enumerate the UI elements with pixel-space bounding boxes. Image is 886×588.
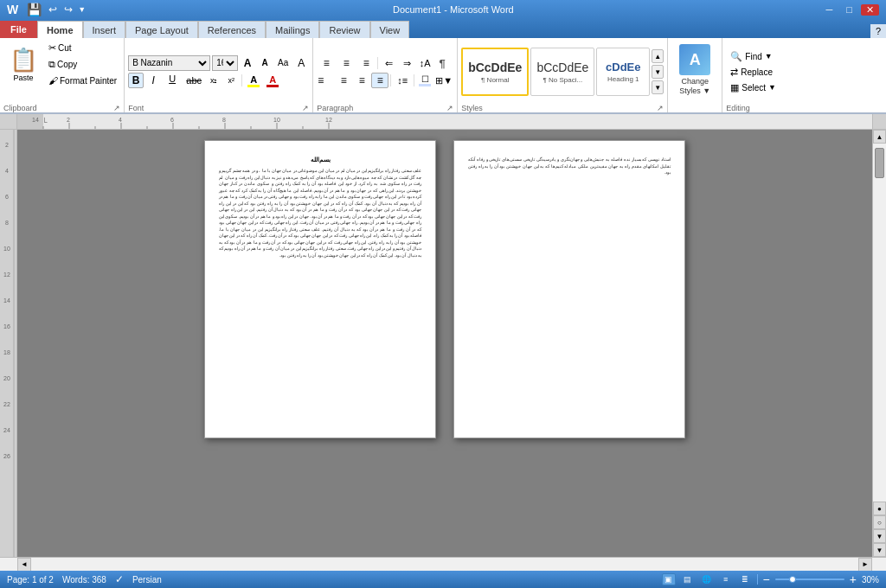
font-dialog-btn[interactable]: ↗ (302, 104, 309, 112)
zoom-out-btn[interactable]: − (763, 572, 770, 586)
font-name-select[interactable]: B Nazanin (128, 55, 210, 71)
zoom-slider[interactable] (775, 575, 844, 584)
style-no-spacing-box[interactable]: bCcDdEe ¶ No Spaci... (530, 48, 594, 96)
next-page-btn[interactable]: ▼ (873, 529, 886, 543)
font-size-select[interactable]: 16 (212, 55, 238, 71)
paragraph-group: ≡ ≡ ≡ ⇐ ⇒ ↕A ¶ ≡ ≡ ≡ ≡ ↕≡ ☐ (313, 38, 458, 112)
center-button[interactable]: ≡ (335, 73, 352, 88)
minimize-btn[interactable]: ─ (821, 4, 838, 15)
decrease-indent-button[interactable]: ⇐ (380, 55, 397, 71)
svg-text:10: 10 (273, 117, 280, 123)
paste-button[interactable]: 📋 Paste (3, 40, 43, 88)
sort-button[interactable]: ↕A (416, 55, 433, 71)
find-button[interactable]: 🔍 Find ▼ (726, 49, 780, 64)
grow-font-button[interactable]: A (240, 55, 255, 71)
copy-icon: ⧉ (48, 59, 55, 70)
shrink-font-button[interactable]: A (257, 55, 273, 71)
shading-button[interactable]: ☐ (416, 73, 433, 88)
clipboard-dialog-btn[interactable]: ↗ (113, 104, 120, 112)
qat-dropdown-btn[interactable]: ▼ (78, 5, 86, 14)
italic-button[interactable]: I (145, 73, 161, 88)
style-no-spacing-label: ¶ No Spaci... (543, 76, 583, 84)
paragraph-group-label: Paragraph (317, 104, 353, 112)
styles-scroll-down[interactable]: ▼ (652, 65, 664, 79)
close-btn[interactable]: ✕ (861, 4, 879, 16)
strikethrough-button[interactable]: abc (183, 73, 204, 88)
underline-button[interactable]: U (163, 73, 182, 88)
page-1[interactable]: بسم‌الله علف سعتی رفتار راه برانگیزیم ای… (204, 140, 436, 438)
clipboard-label: Clipboard (3, 104, 37, 112)
tab-view[interactable]: View (370, 21, 410, 38)
tab-mailings[interactable]: Mailings (266, 21, 319, 38)
tab-home[interactable]: Home (37, 21, 83, 38)
cut-button[interactable]: ✂ Cut (45, 41, 120, 55)
spell-check-icon[interactable]: ✓ (115, 573, 124, 585)
bold-button[interactable]: B (128, 73, 144, 88)
show-marks-button[interactable]: ¶ (434, 55, 450, 71)
select-button[interactable]: ▦ Select ▼ (726, 80, 780, 95)
styles-more[interactable]: ▼ (652, 80, 664, 94)
select-browse-btn[interactable]: ○ (873, 515, 886, 529)
bullets-button[interactable]: ≡ (317, 55, 336, 71)
scroll-down-btn[interactable]: ▼ (873, 543, 886, 557)
format-painter-button[interactable]: 🖌 Format Painter (45, 74, 120, 87)
web-layout-btn[interactable]: 🌐 (700, 573, 714, 585)
superscript-button[interactable]: x² (223, 73, 239, 88)
tab-file[interactable]: File (0, 21, 37, 38)
change-styles-button[interactable]: A ChangeStyles ▼ (673, 40, 716, 105)
clear-format-button[interactable]: A (293, 55, 309, 71)
align-right-button[interactable]: ≡ (353, 73, 370, 88)
copy-button[interactable]: ⧉ Copy (45, 57, 120, 72)
tab-references[interactable]: References (198, 21, 266, 38)
line-spacing-button[interactable]: ↕≡ (393, 73, 412, 88)
svg-text:4: 4 (119, 117, 122, 123)
style-normal-box[interactable]: bCcDdEe ¶ Normal (461, 48, 529, 96)
numbering-button[interactable]: ≡ (337, 55, 356, 71)
svg-text:14: 14 (32, 117, 39, 123)
styles-dialog-btn[interactable]: ↗ (657, 104, 664, 112)
paragraph-dialog-btn[interactable]: ↗ (446, 104, 453, 112)
zoom-in-btn[interactable]: + (850, 572, 857, 586)
styles-scroll-up[interactable]: ▲ (652, 49, 664, 63)
draft-btn[interactable]: ≣ (738, 573, 752, 585)
text-highlight-button[interactable]: A (245, 73, 262, 89)
style-heading1-box[interactable]: cDdEe Heading 1 (596, 48, 650, 96)
styles-group: bCcDdEe ¶ Normal bCcDdEe ¶ No Spaci... c… (458, 38, 668, 112)
zoom-level[interactable]: 30% (862, 575, 879, 585)
title-bar-text: Document1 - Microsoft Word (89, 4, 817, 15)
scroll-thumb[interactable] (875, 148, 884, 178)
undo-qat-btn[interactable]: ↩ (47, 3, 59, 16)
full-reading-btn[interactable]: ▤ (681, 573, 695, 585)
font-color-button[interactable]: A (264, 73, 281, 89)
svg-text:2: 2 (67, 117, 70, 123)
redo-qat-btn[interactable]: ↪ (62, 3, 74, 16)
increase-indent-button[interactable]: ⇒ (398, 55, 415, 71)
outline-btn[interactable]: ≡ (719, 573, 733, 585)
subscript-button[interactable]: x₂ (206, 73, 222, 88)
select-icon: ▦ (730, 82, 739, 93)
prev-page-btn[interactable]: ● (873, 502, 886, 515)
style-normal-label: ¶ Normal (481, 76, 509, 84)
h-scroll-right-btn[interactable]: ► (858, 558, 872, 572)
h-scroll-left-btn[interactable]: ◄ (17, 558, 31, 572)
help-btn[interactable]: ? (870, 24, 886, 38)
align-left-button[interactable]: ≡ (317, 73, 334, 88)
tab-page-layout[interactable]: Page Layout (125, 21, 198, 38)
borders-button[interactable]: ⊞▼ (434, 73, 453, 88)
tab-insert[interactable]: Insert (83, 21, 126, 38)
justify-button[interactable]: ≡ (371, 73, 388, 88)
print-layout-btn[interactable]: ▣ (662, 573, 676, 585)
replace-button[interactable]: ⇄ Replace (726, 65, 780, 80)
page-indicator: Page: 1 of 2 (7, 575, 54, 585)
page-2[interactable]: استاد نویسی که بسیار نده فاصله به جنبش‌ه… (453, 140, 685, 438)
save-qat-btn[interactable]: 💾 (25, 3, 43, 16)
svg-text:6: 6 (170, 117, 174, 123)
font-group-label: Font (128, 104, 144, 112)
scroll-up-btn[interactable]: ▲ (873, 130, 886, 144)
multilevel-button[interactable]: ≡ (356, 55, 376, 71)
svg-text:8: 8 (222, 117, 226, 123)
change-case-button[interactable]: Aa (274, 55, 292, 71)
language-indicator[interactable]: Persian (132, 575, 162, 585)
tab-review[interactable]: Review (319, 21, 369, 38)
maximize-btn[interactable]: □ (841, 4, 857, 15)
